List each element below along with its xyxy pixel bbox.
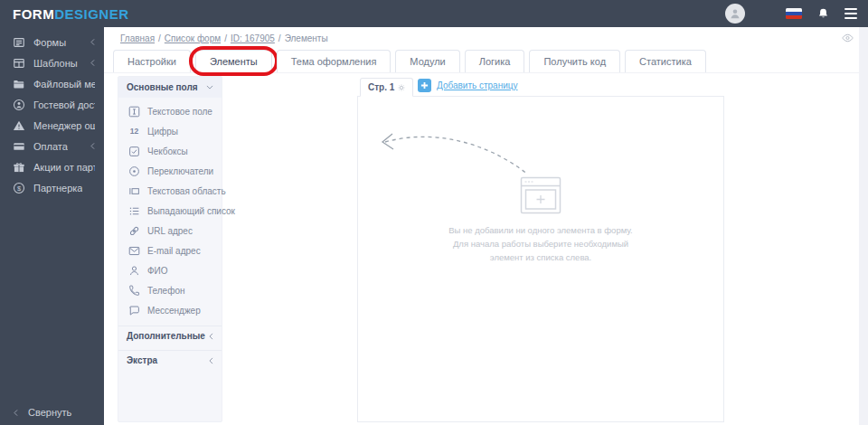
sidebar-item-forms[interactable]: Формы [0, 32, 104, 52]
sidebar-item-error-manager[interactable]: Менеджер ошибок [0, 115, 104, 136]
preview-eye-icon[interactable] [842, 33, 854, 42]
field-item-numbers[interactable]: 12 Цифры [118, 121, 222, 141]
tab-label: Статистика [639, 56, 692, 67]
chevron-left-icon [90, 142, 95, 150]
file-manager-icon [12, 77, 25, 90]
empty-state-line: Для начала работы выберите необходимый [358, 237, 723, 250]
sidebar-collapse-button[interactable]: Свернуть [0, 407, 104, 418]
field-item-label: URL адрес [147, 226, 193, 236]
field-items-list: Текстовое поле 12 Цифры Чекбоксы Переклю… [118, 98, 222, 320]
menu-hamburger-icon[interactable] [844, 8, 857, 19]
chevron-left-icon [14, 409, 18, 417]
breadcrumb-link-form-id[interactable]: ID: 167905 [231, 33, 275, 43]
tab-statistics[interactable]: Статистика [625, 50, 706, 72]
section-additional[interactable]: Дополнительные [118, 326, 222, 345]
field-item-url[interactable]: URL адрес [118, 221, 222, 241]
sidebar-item-affiliate[interactable]: $ Партнерка [0, 177, 104, 198]
sidebar-item-label: Гостевой доступ [33, 99, 95, 110]
breadcrumb-separator: / [278, 33, 281, 43]
field-item-textarea[interactable]: Текстовая область [118, 181, 222, 201]
tab-theme[interactable]: Тема оформления [277, 50, 392, 72]
breadcrumb-link-forms-list[interactable]: Список форм [165, 33, 221, 43]
form-canvas[interactable]: Вы не добавили ни одного элемента в форм… [357, 96, 724, 422]
payment-icon [12, 139, 25, 153]
breadcrumb: Главная / Список форм / ID: 167905 / Эле… [104, 27, 859, 50]
breadcrumb-current: Элементы [285, 33, 328, 43]
tab-label: Тема оформления [291, 56, 377, 67]
field-item-label: Переключатели [147, 166, 213, 176]
empty-state: Вы не добавили ни одного элемента в форм… [358, 176, 723, 264]
phone-icon [128, 285, 140, 297]
flag-stripe-red [786, 15, 802, 19]
sidebar-item-partner-promos[interactable]: Акции от партнеров [0, 156, 104, 177]
elements-workspace: Основные поля Текстовое поле 12 Цифры Ч [104, 73, 859, 425]
email-icon [128, 245, 140, 257]
tab-label: Получить код [543, 56, 606, 67]
sidebar-item-file-manager[interactable]: Файловый менеджер [0, 73, 104, 94]
section-basic-fields[interactable]: Основные поля [118, 77, 222, 98]
dropdown-list-icon [128, 205, 140, 217]
sidebar-item-label: Акции от партнеров [33, 162, 95, 173]
affiliate-icon: $ [12, 181, 25, 194]
field-item-email[interactable]: E-mail адрес [118, 241, 222, 260]
field-item-full-name[interactable]: ФИО [118, 260, 222, 280]
logo[interactable]: FORMDESIGNER [13, 6, 129, 22]
field-item-dropdown-list[interactable]: Выпадающий список [118, 201, 222, 221]
empty-state-text: Вы не добавили ни одного элемента в форм… [358, 223, 723, 264]
page-tab-1[interactable]: Стр. 1 [360, 78, 413, 97]
field-item-text-field[interactable]: Текстовое поле [118, 101, 222, 121]
tab-get-code[interactable]: Получить код [529, 50, 620, 72]
add-page-button[interactable]: Добавить страницу [418, 79, 518, 92]
breadcrumb-separator: / [158, 33, 161, 43]
user-avatar[interactable] [725, 4, 745, 24]
field-item-messenger[interactable]: Мессенджер [118, 300, 222, 320]
chevron-left-icon [90, 38, 95, 46]
field-item-radios[interactable]: Переключатели [118, 161, 222, 181]
person-icon [128, 265, 140, 277]
tab-settings[interactable]: Настройки [113, 50, 191, 72]
sidebar-item-label: Шаблоны [33, 58, 78, 69]
sidebar-item-label: Оплата [33, 141, 68, 152]
numbers-icon: 12 [128, 126, 140, 137]
chevron-left-icon [209, 357, 213, 364]
messenger-icon [128, 305, 140, 316]
chevron-down-icon [206, 85, 213, 90]
svg-text:$: $ [16, 184, 21, 192]
language-flag-ru[interactable] [786, 8, 802, 19]
sidebar-item-label: Партнерка [33, 183, 82, 194]
tab-bar: Настройки Элементы Тема оформления Модул… [104, 50, 859, 73]
field-item-label: ФИО [147, 266, 168, 276]
sidebar-item-label: Менеджер ошибок [33, 120, 95, 131]
sidebar-nav: Формы Шаблоны Файловый менеджер Гостевой… [0, 27, 104, 198]
chevron-left-icon [90, 59, 95, 67]
collapse-label: Свернуть [28, 407, 71, 418]
field-item-checkboxes[interactable]: Чекбоксы [118, 141, 222, 161]
field-item-phone[interactable]: Телефон [118, 280, 222, 300]
scrollbar[interactable] [859, 27, 868, 425]
topbar-actions [725, 0, 857, 27]
logo-primary: FORM [13, 6, 54, 22]
sidebar-item-templates[interactable]: Шаблоны [0, 52, 104, 73]
tab-logic[interactable]: Логика [465, 50, 525, 72]
field-item-label: Телефон [147, 286, 184, 296]
tab-label: Логика [479, 56, 511, 67]
sidebar-item-label: Формы [33, 37, 66, 48]
gear-icon[interactable] [398, 84, 405, 91]
notifications-bell-icon[interactable] [817, 7, 829, 20]
tab-label: Элементы [210, 56, 258, 67]
field-item-label: Текстовое поле [147, 107, 212, 117]
sidebar-item-payment[interactable]: Оплата [0, 136, 104, 156]
breadcrumb-link-home[interactable]: Главная [120, 33, 155, 43]
templates-icon [12, 56, 25, 70]
section-extra[interactable]: Экстра [118, 350, 222, 370]
guest-access-icon [12, 98, 25, 111]
logo-secondary: DESIGNER [54, 6, 128, 22]
radio-icon [128, 165, 140, 177]
field-item-label: Мессенджер [147, 306, 201, 316]
tab-modules[interactable]: Модули [395, 50, 459, 72]
content-area: Главная / Список форм / ID: 167905 / Эле… [104, 27, 868, 425]
section-label: Основные поля [127, 82, 198, 92]
url-icon [128, 225, 140, 237]
sidebar-item-guest-access[interactable]: Гостевой доступ [0, 94, 104, 115]
tab-elements[interactable]: Элементы [195, 50, 272, 72]
